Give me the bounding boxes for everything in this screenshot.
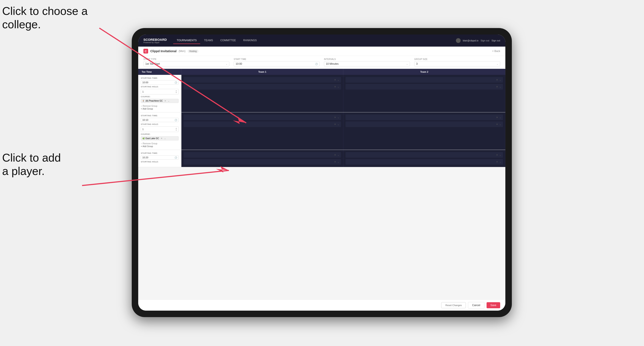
clock-icon: 🕐 (174, 81, 177, 84)
chevron-down-icon[interactable]: ⌄ (168, 100, 170, 102)
controls-bar: Start Type 1st Tee Start ⌄ Start Time 10… (138, 56, 505, 69)
table-header: Tee Time Team 1 Team 2 (138, 69, 505, 75)
table-row: STARTING TIME: 10:10 🕐 STARTING HOLE: 1 … (138, 112, 505, 150)
starting-time-input-2[interactable]: 10:10 🕐 (141, 118, 178, 122)
nav-user: blair@clippd.io Sign out Sign out (456, 38, 500, 43)
nav-tab-teams[interactable]: TEAMS (201, 37, 216, 44)
starting-time-input-1[interactable]: 10:00 🕐 (141, 80, 178, 85)
annotation-bottom: Click to add a player. (2, 151, 61, 178)
add-group-link-2[interactable]: + Add Group (141, 145, 178, 148)
course-badge-1[interactable]: 🏌 (A) Peachtree GC ✕ ⌄ (141, 99, 178, 103)
player-slot[interactable]: ✕ ⌄ (184, 121, 341, 127)
remove-course-icon[interactable]: ✕ (161, 137, 162, 140)
remove-group-link-2[interactable]: ○ Remove Group (141, 142, 178, 145)
nav-tab-committee[interactable]: COMMITTEE (217, 37, 239, 44)
clock-icon: 🕐 (174, 156, 177, 159)
tablet-frame: SCOREBOARD Powered by clippd TOURNAMENTS… (132, 28, 512, 317)
course-badge-2[interactable]: 🌿 East Lake GC ✕ ⌄ (141, 136, 178, 141)
hosting-badge: Hosting (188, 50, 198, 53)
stepper-arrows: ▲▼ (175, 127, 177, 131)
starting-hole-label: STARTING HOLE: (141, 123, 178, 125)
remove-course-icon[interactable]: ✕ (164, 100, 166, 102)
chevron-icon: ⌄ (337, 85, 339, 88)
chevron-down-icon: ⌄ (496, 63, 498, 65)
player-slot[interactable]: ✕ ⌄ (184, 152, 341, 158)
starting-time-label: STARTING TIME: (141, 77, 178, 79)
table-row: STARTING TIME: 10:00 🕐 STARTING HOLE: 1 … (138, 75, 505, 112)
player-slot[interactable]: ✕ ⌄ (184, 77, 341, 83)
chevron-down-icon: ⌄ (406, 63, 408, 65)
clock-icon: 🕐 (174, 119, 177, 121)
x-icon: ✕ (496, 85, 498, 88)
starting-hole-input-1[interactable]: 1 ▲▼ (141, 89, 178, 94)
intervals-select[interactable]: 10 Minutes ⌄ (324, 61, 410, 66)
player-slot[interactable]: ✕ ⌄ (184, 84, 341, 90)
chevron-icon: ⌄ (499, 161, 501, 163)
player-slot[interactable]: ✕ ⌄ (346, 152, 503, 158)
chevron-icon: ⌄ (499, 123, 501, 126)
x-icon: ✕ (334, 85, 336, 88)
reset-changes-button[interactable]: Reset Changes (441, 302, 466, 308)
team2-header: Team 2 (344, 69, 505, 75)
team2-cell-3: ✕ ⌄ ✕ ⌄ (344, 150, 505, 167)
sign-out-link[interactable]: Sign out (480, 39, 489, 42)
start-type-select[interactable]: 1st Tee Start ⌄ (144, 61, 229, 66)
start-type-label: Start Type (144, 58, 229, 60)
save-button[interactable]: Save (486, 302, 500, 308)
x-icon: ✕ (334, 79, 336, 81)
team1-cell-3: ✕ ⌄ ✕ ⌄ (182, 150, 344, 167)
sign-out-text[interactable]: Sign out (492, 39, 500, 42)
start-time-group: Start Time 10:00 🕐 (234, 58, 320, 66)
chevron-icon: ⌄ (499, 116, 501, 119)
page-header: C Clippd Invitational (Men) Hosting < Ba… (138, 47, 505, 56)
chevron-icon: ⌄ (337, 154, 339, 156)
nav-tab-rankings[interactable]: RANKINGS (240, 37, 260, 44)
start-type-group: Start Type 1st Tee Start ⌄ (144, 58, 229, 66)
group-left-2: STARTING TIME: 10:10 🕐 STARTING HOLE: 1 … (138, 112, 182, 150)
cancel-button[interactable]: Cancel (468, 302, 484, 309)
course-label: COURSE: (141, 133, 178, 135)
page-gender: (Men) (178, 50, 185, 53)
start-time-label: Start Time (234, 58, 320, 60)
player-slot[interactable]: ✕ ⌄ (346, 77, 503, 83)
back-button[interactable]: < Back (492, 50, 500, 53)
remove-group-link-1[interactable]: ○ Remove Group (141, 105, 178, 107)
starting-time-input-3[interactable]: 10:20 🕐 (141, 155, 178, 160)
x-icon: ✕ (334, 154, 336, 156)
group-size-select[interactable]: 3 ⌄ (414, 61, 500, 66)
player-slot[interactable]: ✕ ⌄ (346, 159, 503, 165)
page-footer: Reset Changes Cancel Save (138, 300, 505, 311)
tee-time-header: Tee Time (138, 69, 182, 75)
x-icon: ✕ (496, 116, 498, 119)
player-slot[interactable]: ✕ ⌄ (184, 159, 341, 165)
action-links-1: ○ Remove Group + Add Group (141, 105, 178, 110)
add-group-link-1[interactable]: + Add Group (141, 108, 178, 110)
chevron-icon: ⌄ (499, 85, 501, 88)
player-slot[interactable]: ✕ ⌄ (184, 115, 341, 120)
x-icon: ✕ (496, 161, 498, 163)
starting-hole-label: STARTING HOLE: (141, 86, 178, 88)
player-slot[interactable]: ✕ ⌄ (346, 84, 503, 90)
chevron-icon: ⌄ (337, 161, 339, 163)
player-slot[interactable]: ✕ ⌄ (346, 115, 503, 120)
chevron-icon: ⌄ (337, 116, 339, 119)
page-title: Clippd Invitational (150, 49, 176, 53)
chevron-icon: ⌄ (499, 79, 501, 81)
chevron-down-icon[interactable]: ⌄ (164, 137, 166, 140)
chevron-icon: ⌄ (337, 123, 339, 126)
x-icon: ✕ (496, 123, 498, 126)
start-time-select[interactable]: 10:00 🕐 (234, 61, 320, 66)
chevron-down-icon: ⌄ (226, 63, 228, 65)
tablet-screen: SCOREBOARD Powered by clippd TOURNAMENTS… (138, 34, 505, 311)
starting-time-label: STARTING TIME: (141, 115, 178, 117)
course-label: COURSE: (141, 96, 178, 98)
x-icon: ✕ (496, 79, 498, 81)
nav-bar: SCOREBOARD Powered by clippd TOURNAMENTS… (138, 34, 505, 47)
starting-hole-input-2[interactable]: 1 ▲▼ (141, 126, 178, 132)
player-slot[interactable]: ✕ ⌄ (346, 121, 503, 127)
nav-tab-tournaments[interactable]: TOURNAMENTS (173, 37, 200, 44)
x-icon: ✕ (334, 161, 336, 163)
team1-cell-2: ✕ ⌄ ✕ ⌄ (182, 112, 344, 150)
clock-icon: 🕐 (315, 63, 318, 65)
chevron-icon: ⌄ (337, 79, 339, 81)
